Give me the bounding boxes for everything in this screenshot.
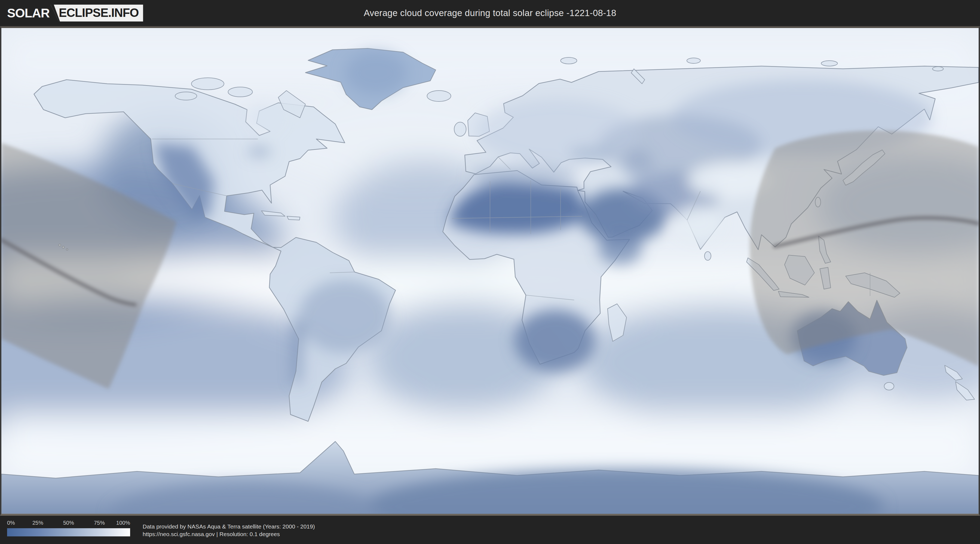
legend-label-25: 25% [32,520,43,526]
site-logo[interactable]: SOLAR ECLIPSE.INFO [7,5,143,22]
eclipse-visibility-overlay-east [750,130,978,366]
map-frame [0,26,980,516]
logo-text-eclipse-info: ECLIPSE.INFO [59,6,139,19]
legend-tick-labels: 0% 25% 50% 75% 100% [7,520,130,526]
world-cloud-map-svg [2,28,978,514]
legend-gradient-bar [7,528,130,536]
logo-box-eclipse-info: ECLIPSE.INFO [51,5,143,22]
header-bar: SOLAR ECLIPSE.INFO Average cloud coverag… [0,0,980,26]
data-attribution: Data provided by NASAs Aqua & Terra sate… [143,523,315,538]
cloud-coverage-legend: 0% 25% 50% 75% 100% [7,518,130,542]
attribution-line-1: Data provided by NASAs Aqua & Terra sate… [143,523,315,530]
attribution-line-2: https://neo.sci.gsfc.nasa.gov | Resoluti… [143,530,315,538]
legend-label-75: 75% [94,520,105,526]
page-title: Average cloud coverage during total sola… [364,8,616,18]
footer-bar: 0% 25% 50% 75% 100% Data provided by NAS… [0,516,980,544]
logo-text-solar: SOLAR [7,6,49,21]
legend-label-50: 50% [63,520,74,526]
legend-label-100: 100% [116,520,130,526]
page-root: { "header": { "brand": { "part1": "SOLAR… [0,0,980,544]
legend-label-0: 0% [7,520,15,526]
